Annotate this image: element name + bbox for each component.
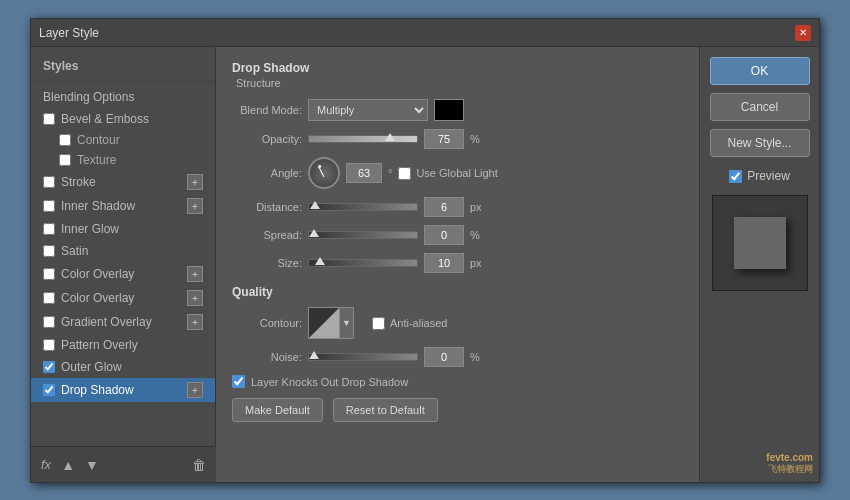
quality-title: Quality [232,285,683,299]
sidebar-item-outer-glow[interactable]: Outer Glow [31,356,215,378]
quality-section: Quality Contour: ▼ Anti-aliased [232,285,683,367]
sidebar-label-outer-glow: Outer Glow [61,360,203,374]
dialog-body: Styles Blending Options Bevel & Emboss C… [31,47,819,482]
down-icon[interactable]: ▼ [85,457,99,473]
checkbox-drop-shadow[interactable] [43,384,55,396]
anti-aliased-label: Anti-aliased [390,317,447,329]
distance-input[interactable] [424,197,464,217]
checkbox-inner-shadow[interactable] [43,200,55,212]
sidebar-item-inner-glow[interactable]: Inner Glow [31,218,215,240]
sidebar-label-inner-glow: Inner Glow [61,222,203,236]
layer-knocks-label: Layer Knocks Out Drop Shadow [251,376,408,388]
noise-slider-thumb [309,351,319,359]
checkbox-satin[interactable] [43,245,55,257]
reset-default-button[interactable]: Reset to Default [333,398,438,422]
checkbox-color-overlay-2[interactable] [43,292,55,304]
opacity-input[interactable] [424,129,464,149]
checkbox-texture[interactable] [59,154,71,166]
color-overlay-2-plus-button[interactable]: + [187,290,203,306]
sidebar-item-blending-options[interactable]: Blending Options [31,86,215,108]
color-swatch[interactable] [434,99,464,121]
sidebar-label-blending-options: Blending Options [43,90,203,104]
noise-label: Noise: [232,351,302,363]
checkbox-color-overlay-1[interactable] [43,268,55,280]
angle-row: Angle: ° Use Global Light [232,157,683,189]
watermark-line1: fevte.com [766,452,813,463]
spread-slider-track[interactable] [308,231,418,239]
blend-mode-select[interactable]: Multiply Normal Screen Overlay [308,99,428,121]
sidebar-label-color-overlay-2: Color Overlay [61,291,181,305]
new-style-button[interactable]: New Style... [710,129,810,157]
checkbox-outer-glow[interactable] [43,361,55,373]
sidebar-label-gradient-overlay: Gradient Overlay [61,315,181,329]
layer-knocks-checkbox[interactable] [232,375,245,388]
sidebar-item-color-overlay-1[interactable]: Color Overlay + [31,262,215,286]
fx-label: fx [41,457,51,472]
inner-shadow-plus-button[interactable]: + [187,198,203,214]
sidebar-label-contour: Contour [77,133,120,147]
sidebar-item-inner-shadow[interactable]: Inner Shadow + [31,194,215,218]
opacity-label: Opacity: [232,133,302,145]
opacity-slider-track[interactable] [308,135,418,143]
trash-icon[interactable]: 🗑 [192,457,206,473]
sidebar-item-satin[interactable]: Satin [31,240,215,262]
preview-checkbox[interactable] [729,170,742,183]
opacity-row: Opacity: % [232,129,683,149]
noise-row: Noise: % [232,347,683,367]
section-title: Drop Shadow [232,61,683,75]
section-subtitle: Structure [236,77,683,89]
checkbox-inner-glow[interactable] [43,223,55,235]
dialog-title: Layer Style [39,26,99,40]
close-button[interactable]: ✕ [795,25,811,41]
anti-aliased-checkbox[interactable] [372,317,385,330]
bottom-buttons: Make Default Reset to Default [232,398,683,422]
checkbox-pattern-overlay[interactable] [43,339,55,351]
checkbox-contour[interactable] [59,134,71,146]
noise-input[interactable] [424,347,464,367]
contour-dropdown[interactable]: ▼ [340,307,354,339]
make-default-button[interactable]: Make Default [232,398,323,422]
use-global-light-checkbox[interactable] [398,167,411,180]
styles-header: Styles [31,55,215,77]
opacity-slider-container: % [308,129,480,149]
contour-row: Contour: ▼ Anti-aliased [232,307,683,339]
sidebar-item-color-overlay-2[interactable]: Color Overlay + [31,286,215,310]
up-icon[interactable]: ▲ [61,457,75,473]
checkbox-stroke[interactable] [43,176,55,188]
gradient-overlay-plus-button[interactable]: + [187,314,203,330]
drop-shadow-plus-button[interactable]: + [187,382,203,398]
left-panel: Styles Blending Options Bevel & Emboss C… [31,47,216,482]
sidebar-item-stroke[interactable]: Stroke + [31,170,215,194]
color-overlay-1-plus-button[interactable]: + [187,266,203,282]
sidebar-label-texture: Texture [77,153,116,167]
preview-square [734,217,786,269]
opacity-slider-thumb [385,133,395,141]
distance-label: Distance: [232,201,302,213]
middle-panel: Drop Shadow Structure Blend Mode: Multip… [216,47,699,482]
right-panel: OK Cancel New Style... Preview fevte.com… [699,47,819,482]
sidebar-item-gradient-overlay[interactable]: Gradient Overlay + [31,310,215,334]
noise-slider-track[interactable] [308,353,418,361]
checkbox-gradient-overlay[interactable] [43,316,55,328]
distance-slider-track[interactable] [308,203,418,211]
ok-button[interactable]: OK [710,57,810,85]
cancel-button[interactable]: Cancel [710,93,810,121]
angle-widget[interactable] [308,157,340,189]
sidebar-label-color-overlay-1: Color Overlay [61,267,181,281]
size-slider-track[interactable] [308,259,418,267]
sidebar-item-contour[interactable]: Contour [31,130,215,150]
sidebar-item-texture[interactable]: Texture [31,150,215,170]
distance-row: Distance: px [232,197,683,217]
size-label: Size: [232,257,302,269]
spread-input[interactable] [424,225,464,245]
spread-label: Spread: [232,229,302,241]
watermark: fevte.com 飞特教程网 [766,452,813,476]
size-input[interactable] [424,253,464,273]
sidebar-item-bevel-emboss[interactable]: Bevel & Emboss [31,108,215,130]
checkbox-bevel-emboss[interactable] [43,113,55,125]
sidebar-item-drop-shadow[interactable]: Drop Shadow + [31,378,215,402]
angle-input[interactable] [346,163,382,183]
stroke-plus-button[interactable]: + [187,174,203,190]
size-row: Size: px [232,253,683,273]
sidebar-item-pattern-overlay[interactable]: Pattern Overly [31,334,215,356]
